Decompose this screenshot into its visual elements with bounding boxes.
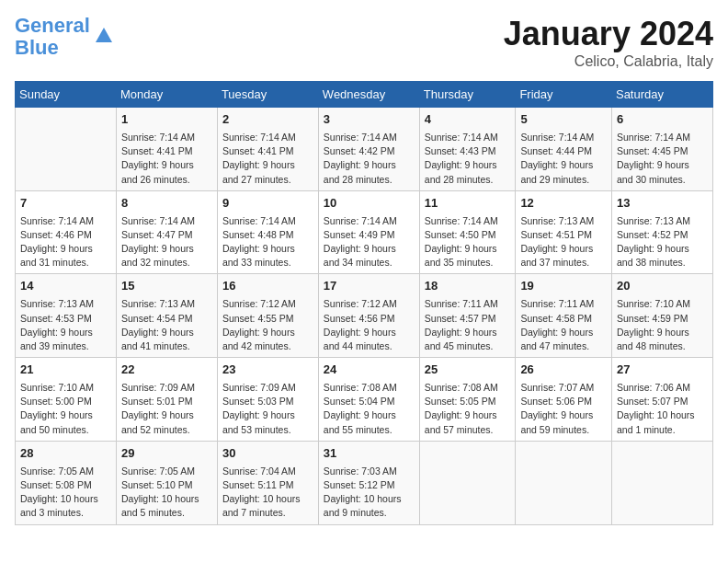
day-number: 11	[425, 195, 511, 213]
calendar-cell: 14Sunrise: 7:13 AM Sunset: 4:53 PM Dayli…	[16, 274, 117, 358]
day-info: Sunrise: 7:14 AM Sunset: 4:47 PM Dayligh…	[121, 214, 212, 270]
title-block: January 2024 Celico, Calabria, Italy	[504, 15, 713, 70]
day-info: Sunrise: 7:09 AM Sunset: 5:01 PM Dayligh…	[121, 381, 212, 437]
day-number: 15	[121, 278, 212, 295]
day-info: Sunrise: 7:04 AM Sunset: 5:11 PM Dayligh…	[222, 465, 313, 521]
day-number: 16	[222, 278, 313, 295]
svg-marker-0	[96, 28, 112, 42]
calendar-week-row: 7Sunrise: 7:14 AM Sunset: 4:46 PM Daylig…	[16, 190, 713, 274]
day-info: Sunrise: 7:14 AM Sunset: 4:46 PM Dayligh…	[20, 214, 111, 270]
day-number: 28	[20, 445, 111, 463]
day-number: 22	[121, 362, 212, 379]
calendar-cell	[419, 441, 516, 524]
calendar-cell	[16, 108, 117, 191]
day-info: Sunrise: 7:14 AM Sunset: 4:49 PM Dayligh…	[324, 214, 415, 270]
day-info: Sunrise: 7:13 AM Sunset: 4:51 PM Dayligh…	[520, 214, 607, 270]
day-number: 20	[617, 278, 708, 295]
header-thursday: Thursday	[419, 82, 516, 108]
calendar-cell: 26Sunrise: 7:07 AM Sunset: 5:06 PM Dayli…	[516, 358, 612, 442]
calendar-cell: 17Sunrise: 7:12 AM Sunset: 4:56 PM Dayli…	[318, 274, 419, 358]
day-number: 26	[520, 362, 607, 379]
day-info: Sunrise: 7:13 AM Sunset: 4:53 PM Dayligh…	[20, 297, 111, 353]
logo-line2: Blue	[15, 36, 59, 59]
day-number: 2	[222, 111, 313, 129]
day-number: 9	[222, 195, 313, 213]
day-info: Sunrise: 7:14 AM Sunset: 4:42 PM Dayligh…	[324, 131, 415, 187]
day-number: 1	[121, 111, 212, 129]
header-sunday: Sunday	[16, 82, 117, 108]
day-number: 18	[425, 278, 511, 295]
day-number: 27	[617, 362, 708, 379]
calendar-cell	[611, 441, 712, 524]
day-info: Sunrise: 7:14 AM Sunset: 4:41 PM Dayligh…	[222, 131, 313, 187]
header-tuesday: Tuesday	[217, 82, 318, 108]
day-info: Sunrise: 7:06 AM Sunset: 5:07 PM Dayligh…	[617, 381, 708, 437]
logo-line1: General	[15, 14, 90, 37]
day-number: 8	[121, 195, 212, 213]
calendar-cell: 30Sunrise: 7:04 AM Sunset: 5:11 PM Dayli…	[217, 441, 318, 524]
calendar-cell: 12Sunrise: 7:13 AM Sunset: 4:51 PM Dayli…	[516, 190, 612, 274]
day-info: Sunrise: 7:05 AM Sunset: 5:10 PM Dayligh…	[121, 465, 212, 521]
calendar-cell: 16Sunrise: 7:12 AM Sunset: 4:55 PM Dayli…	[217, 274, 318, 358]
day-number: 30	[222, 445, 313, 463]
day-info: Sunrise: 7:13 AM Sunset: 4:54 PM Dayligh…	[121, 297, 212, 353]
day-number: 5	[520, 111, 607, 129]
page-header: General Blue January 2024 Celico, Calabr…	[15, 15, 713, 70]
day-info: Sunrise: 7:14 AM Sunset: 4:44 PM Dayligh…	[520, 131, 607, 187]
calendar-cell: 18Sunrise: 7:11 AM Sunset: 4:57 PM Dayli…	[419, 274, 516, 358]
day-info: Sunrise: 7:08 AM Sunset: 5:05 PM Dayligh…	[425, 381, 511, 437]
calendar-week-row: 21Sunrise: 7:10 AM Sunset: 5:00 PM Dayli…	[16, 358, 713, 442]
page-subtitle: Celico, Calabria, Italy	[504, 53, 713, 70]
calendar-cell: 10Sunrise: 7:14 AM Sunset: 4:49 PM Dayli…	[318, 190, 419, 274]
day-info: Sunrise: 7:12 AM Sunset: 4:55 PM Dayligh…	[222, 297, 313, 353]
day-info: Sunrise: 7:11 AM Sunset: 4:57 PM Dayligh…	[425, 297, 511, 353]
calendar-cell: 20Sunrise: 7:10 AM Sunset: 4:59 PM Dayli…	[611, 274, 712, 358]
day-number: 25	[425, 362, 511, 379]
calendar-week-row: 28Sunrise: 7:05 AM Sunset: 5:08 PM Dayli…	[16, 441, 713, 524]
day-number: 12	[520, 195, 607, 213]
day-number: 13	[617, 195, 708, 213]
calendar-cell	[516, 441, 612, 524]
day-info: Sunrise: 7:14 AM Sunset: 4:43 PM Dayligh…	[425, 131, 511, 187]
calendar-cell: 27Sunrise: 7:06 AM Sunset: 5:07 PM Dayli…	[611, 358, 712, 442]
calendar-cell: 11Sunrise: 7:14 AM Sunset: 4:50 PM Dayli…	[419, 190, 516, 274]
calendar-week-row: 1Sunrise: 7:14 AM Sunset: 4:41 PM Daylig…	[16, 108, 713, 191]
day-number: 6	[617, 111, 708, 129]
calendar-cell: 22Sunrise: 7:09 AM Sunset: 5:01 PM Dayli…	[116, 358, 217, 442]
logo: General Blue	[15, 15, 114, 59]
day-number: 3	[324, 111, 415, 129]
calendar-cell: 23Sunrise: 7:09 AM Sunset: 5:03 PM Dayli…	[217, 358, 318, 442]
calendar-cell: 31Sunrise: 7:03 AM Sunset: 5:12 PM Dayli…	[318, 441, 419, 524]
day-number: 21	[20, 362, 111, 379]
day-info: Sunrise: 7:14 AM Sunset: 4:45 PM Dayligh…	[617, 131, 708, 187]
day-info: Sunrise: 7:07 AM Sunset: 5:06 PM Dayligh…	[520, 381, 607, 437]
header-monday: Monday	[116, 82, 217, 108]
day-info: Sunrise: 7:14 AM Sunset: 4:50 PM Dayligh…	[425, 214, 511, 270]
day-number: 23	[222, 362, 313, 379]
header-saturday: Saturday	[611, 82, 712, 108]
calendar-week-row: 14Sunrise: 7:13 AM Sunset: 4:53 PM Dayli…	[16, 274, 713, 358]
day-info: Sunrise: 7:14 AM Sunset: 4:48 PM Dayligh…	[222, 214, 313, 270]
calendar-cell: 24Sunrise: 7:08 AM Sunset: 5:04 PM Dayli…	[318, 358, 419, 442]
calendar-cell: 6Sunrise: 7:14 AM Sunset: 4:45 PM Daylig…	[611, 108, 712, 191]
day-info: Sunrise: 7:13 AM Sunset: 4:52 PM Dayligh…	[617, 214, 708, 270]
calendar-cell: 15Sunrise: 7:13 AM Sunset: 4:54 PM Dayli…	[116, 274, 217, 358]
calendar-cell: 28Sunrise: 7:05 AM Sunset: 5:08 PM Dayli…	[16, 441, 117, 524]
day-info: Sunrise: 7:08 AM Sunset: 5:04 PM Dayligh…	[324, 381, 415, 437]
day-info: Sunrise: 7:10 AM Sunset: 5:00 PM Dayligh…	[20, 381, 111, 437]
calendar-table: SundayMondayTuesdayWednesdayThursdayFrid…	[15, 81, 713, 525]
day-number: 29	[121, 445, 212, 463]
page-title: January 2024	[504, 15, 713, 53]
day-info: Sunrise: 7:03 AM Sunset: 5:12 PM Dayligh…	[324, 465, 415, 521]
calendar-cell: 1Sunrise: 7:14 AM Sunset: 4:41 PM Daylig…	[116, 108, 217, 191]
day-info: Sunrise: 7:12 AM Sunset: 4:56 PM Dayligh…	[324, 297, 415, 353]
day-number: 10	[324, 195, 415, 213]
day-number: 19	[520, 278, 607, 295]
calendar-cell: 4Sunrise: 7:14 AM Sunset: 4:43 PM Daylig…	[419, 108, 516, 191]
day-number: 24	[324, 362, 415, 379]
calendar-cell: 3Sunrise: 7:14 AM Sunset: 4:42 PM Daylig…	[318, 108, 419, 191]
day-info: Sunrise: 7:10 AM Sunset: 4:59 PM Dayligh…	[617, 297, 708, 353]
calendar-cell: 2Sunrise: 7:14 AM Sunset: 4:41 PM Daylig…	[217, 108, 318, 191]
day-info: Sunrise: 7:09 AM Sunset: 5:03 PM Dayligh…	[222, 381, 313, 437]
day-info: Sunrise: 7:11 AM Sunset: 4:58 PM Dayligh…	[520, 297, 607, 353]
